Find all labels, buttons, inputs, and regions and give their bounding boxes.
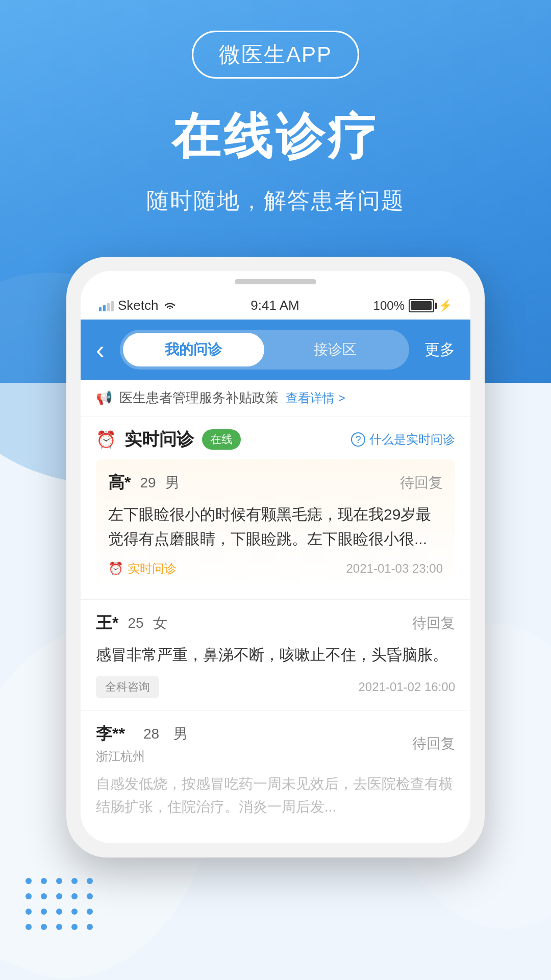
consult-section: ⏰ 实时问诊 在线 ? 什么是实时问诊 高* 29 xyxy=(81,416,470,599)
notice-bar: 📢 医生患者管理服务补贴政策 查看详情 > xyxy=(81,380,470,416)
wifi-icon xyxy=(163,300,177,311)
patient-gender-0: 男 xyxy=(165,473,180,493)
phone-notch xyxy=(235,279,316,284)
help-text: 什么是实时问诊 xyxy=(369,431,455,448)
patient-gender-2: 男 xyxy=(173,724,188,744)
patient-status-0: 待回复 xyxy=(400,473,443,493)
consult-clock-icon: ⏰ xyxy=(96,430,116,449)
patient-footer-0: ⏰ 实时问诊 2021-01-03 23:00 xyxy=(108,560,443,577)
help-icon: ? xyxy=(351,432,365,447)
app-badge-text: 微医生APP xyxy=(219,42,332,66)
patient-age-1: 25 xyxy=(128,615,143,631)
nav-more[interactable]: 更多 xyxy=(424,339,455,360)
consult-title: 实时问诊 xyxy=(124,428,194,451)
app-badge: 微医生APP xyxy=(192,31,359,79)
patient-footer-1: 全科咨询 2021-01-02 16:00 xyxy=(96,676,455,698)
hero-subtitle: 随时随地，解答患者问题 xyxy=(146,186,405,216)
nav-bar: ‹ 我的问诊 接诊区 更多 xyxy=(81,320,470,380)
online-badge: 在线 xyxy=(202,429,241,450)
patient-age-2: 28 xyxy=(143,726,159,742)
patient-info-1: 王* 25 女 xyxy=(96,612,167,634)
phone-mockup: Sketch 9:41 AM 100% ⚡ xyxy=(66,257,485,857)
patient-info-2: 李** 28 男 xyxy=(96,723,188,745)
status-bar: Sketch 9:41 AM 100% ⚡ xyxy=(81,288,470,320)
notice-text: 医生患者管理服务补贴政策 xyxy=(119,389,279,407)
patient-header-1: 王* 25 女 待回复 xyxy=(96,612,455,634)
notice-link[interactable]: 查看详情 > xyxy=(286,390,345,406)
patient-content-2: 自感发低烧，按感冒吃药一周未见效后，去医院检查有横结肠扩张，住院治疗。消炎一周后… xyxy=(96,773,455,819)
tab-my-consult[interactable]: 我的问诊 xyxy=(123,333,265,366)
status-time: 9:41 AM xyxy=(251,298,299,313)
dots-decoration xyxy=(26,878,93,939)
patient-status-1: 待回复 xyxy=(412,614,455,633)
type-label-0: 实时问诊 xyxy=(128,560,177,577)
consult-header: ⏰ 实时问诊 在线 ? 什么是实时问诊 xyxy=(96,416,455,459)
consult-title-wrap: ⏰ 实时问诊 在线 xyxy=(96,428,241,451)
patient-name-0: 高* xyxy=(108,472,131,494)
patient-age-0: 29 xyxy=(140,475,156,491)
tab-reception[interactable]: 接诊区 xyxy=(264,333,406,366)
signal-icon xyxy=(99,300,114,311)
patient-card-0[interactable]: 高* 29 男 待回复 左下眼睑很小的时候有颗黑毛痣，现在我29岁最觉得有点磨眼… xyxy=(96,459,455,589)
patient-status-2: 待回复 xyxy=(412,734,455,753)
patient-card-1[interactable]: 王* 25 女 待回复 感冒非常严重，鼻涕不断，咳嗽止不住，头昏脑胀。 全科咨询… xyxy=(81,600,470,710)
patient-header-0: 高* 29 男 待回复 xyxy=(108,472,443,494)
patient-content-1: 感冒非常严重，鼻涕不断，咳嗽止不住，头昏脑胀。 xyxy=(96,643,455,667)
type-icon-0: ⏰ xyxy=(108,561,123,576)
patient-header-2: 李** 28 男 浙江杭州 待回复 xyxy=(96,723,455,765)
consult-help[interactable]: ? 什么是实时问诊 xyxy=(351,431,455,448)
back-button[interactable]: ‹ xyxy=(96,337,105,362)
patient-info-0: 高* 29 男 xyxy=(108,472,180,494)
patient-content-0: 左下眼睑很小的时候有颗黑毛痣，现在我29岁最觉得有点磨眼睛，下眼睑跳。左下眼睑很… xyxy=(108,502,443,551)
hero-title: 在线诊疗 xyxy=(171,104,380,170)
patient-name-1: 王* xyxy=(96,612,118,634)
consult-type-tag-0: ⏰ 实时问诊 xyxy=(108,560,177,577)
consult-time-0: 2021-01-03 23:00 xyxy=(346,561,443,576)
patient-location-2: 浙江杭州 xyxy=(96,748,188,765)
consult-time-1: 2021-01-02 16:00 xyxy=(359,680,456,694)
status-battery: 100% ⚡ xyxy=(373,299,452,313)
patient-name-2: 李** xyxy=(96,723,125,745)
patient-card-2[interactable]: 李** 28 男 浙江杭州 待回复 自感发低烧，按感冒吃药一周未见效后，去医院检… xyxy=(81,710,470,843)
battery-icon xyxy=(409,299,434,312)
consult-type-tag-1: 全科咨询 xyxy=(96,676,159,698)
carrier-text: Sketch xyxy=(118,298,159,313)
notice-icon: 📢 xyxy=(96,390,112,406)
status-carrier: Sketch xyxy=(99,298,177,313)
nav-tabs: 我的问诊 接诊区 xyxy=(120,330,409,370)
patient-gender-1: 女 xyxy=(153,614,167,633)
